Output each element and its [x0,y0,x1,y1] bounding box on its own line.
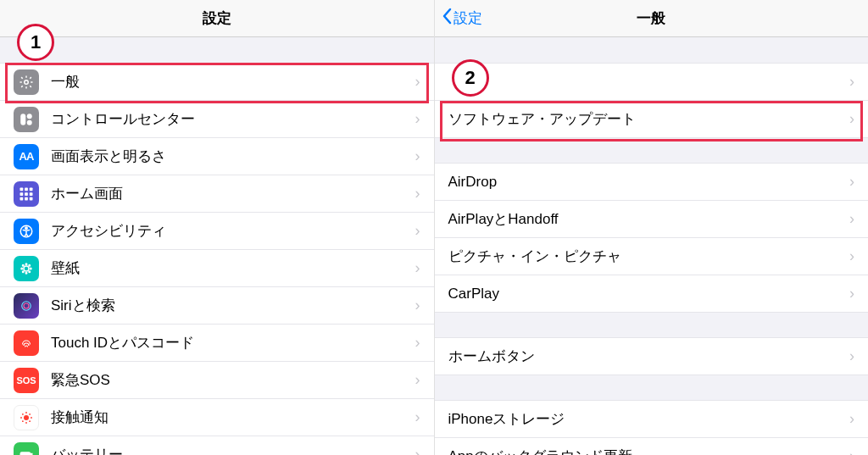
settings-list[interactable]: 一般 › コントロールセンター › AA 画面表示と明るさ › ホーム画面 › [0,37,434,455]
row-label: 接触通知 [51,408,415,427]
svg-rect-12 [30,197,33,200]
row-label: Appのバックグラウンド更新 [448,447,850,455]
svg-point-25 [24,303,29,308]
svg-point-28 [25,422,27,424]
display-brightness-icon: AA [14,144,39,169]
svg-rect-35 [20,452,30,456]
settings-item-accessibility[interactable]: アクセシビリティ › [0,212,434,250]
chevron-right-icon: › [849,447,854,455]
step-badge-2: 2 [452,59,489,97]
chevron-right-icon: › [415,73,420,91]
chevron-right-icon: › [415,222,420,240]
svg-point-22 [23,271,25,273]
svg-point-17 [25,272,27,274]
settings-item-wallpaper[interactable]: 壁紙 › [0,249,434,287]
chevron-right-icon: › [415,297,420,314]
row-label: アクセシビリティ [51,221,415,241]
chevron-right-icon: › [849,73,854,91]
sos-icon: SOS [14,368,39,393]
svg-rect-11 [25,197,28,200]
general-item-iphone-storage[interactable]: iPhoneストレージ › [435,400,869,438]
svg-point-16 [25,264,27,265]
accessibility-icon [14,219,39,244]
settings-item-general[interactable]: 一般 › [0,63,434,101]
svg-rect-4 [20,187,24,191]
nav-back-label: 設定 [453,8,482,28]
wallpaper-icon [14,256,39,281]
svg-point-18 [21,268,23,269]
row-label: コントロールセンター [51,109,415,129]
row-label: ソフトウェア・アップデート [448,109,850,129]
row-label: AirDrop [448,174,850,191]
svg-point-21 [29,264,31,266]
general-item-about[interactable]: › [435,63,869,101]
row-label: AirPlayとHandoff [448,209,850,229]
svg-point-3 [27,119,32,125]
general-item-software-update[interactable]: ソフトウェア・アップデート › [435,100,869,138]
settings-item-home-screen[interactable]: ホーム画面 › [0,175,434,213]
control-center-icon [14,107,39,132]
general-item-home-button[interactable]: ホームボタン › [435,337,869,375]
settings-item-siri[interactable]: Siriと検索 › [0,286,434,325]
svg-point-32 [29,413,31,414]
row-label: iPhoneストレージ [448,409,850,429]
spacer [435,37,869,63]
settings-item-control-center[interactable]: コントロールセンター › [0,100,434,138]
spacer [435,312,869,337]
row-label: Touch IDとパスコード [51,333,415,352]
settings-item-touch-id[interactable]: Touch IDとパスコード › [0,324,434,362]
touch-id-icon [14,330,39,356]
svg-rect-6 [30,187,33,191]
row-label: ホーム画面 [51,184,415,203]
row-label: バッテリー [51,445,415,455]
svg-rect-1 [20,114,25,125]
general-item-background-refresh[interactable]: Appのバックグラウンド更新 › [435,437,869,455]
svg-point-19 [31,268,32,269]
svg-point-20 [23,264,25,266]
general-list[interactable]: › ソフトウェア・アップデート › AirDrop › AirPlayとHand… [435,37,869,455]
row-label: ホームボタン [448,347,850,366]
nav-title-settings: 設定 [203,8,231,28]
chevron-right-icon: › [849,247,854,265]
chevron-right-icon: › [415,446,420,455]
nav-back-button[interactable]: 設定 [442,8,482,29]
svg-rect-5 [25,187,28,191]
chevron-right-icon: › [849,410,854,428]
chevron-right-icon: › [415,408,420,426]
chevron-left-icon [442,8,452,29]
settings-item-sos[interactable]: SOS 緊急SOS › [0,361,434,399]
settings-item-display[interactable]: AA 画面表示と明るさ › [0,137,434,175]
spacer [0,37,434,63]
general-item-airdrop[interactable]: AirDrop › [435,163,869,201]
row-label: 緊急SOS [51,370,415,390]
spacer [435,137,869,163]
settings-item-exposure[interactable]: 接触通知 › [0,398,434,436]
svg-point-33 [22,420,24,422]
navbar-right: 設定 一般 [435,0,869,37]
row-label: 画面表示と明るさ [51,147,415,166]
chevron-right-icon: › [849,110,854,128]
general-item-carplay[interactable]: CarPlay › [435,275,869,313]
svg-rect-9 [30,192,33,196]
svg-point-34 [29,420,31,422]
home-screen-icon [14,181,39,207]
svg-rect-8 [25,192,28,196]
step-badge-1: 1 [17,24,54,61]
chevron-right-icon: › [849,347,854,365]
general-item-airplay[interactable]: AirPlayとHandoff › [435,200,869,238]
svg-point-26 [24,415,29,420]
svg-point-15 [24,266,29,271]
chevron-right-icon: › [415,334,420,352]
settings-item-battery[interactable]: バッテリー › [0,436,434,455]
chevron-right-icon: › [849,210,854,228]
chevron-right-icon: › [849,173,854,191]
svg-point-2 [27,114,32,119]
svg-point-27 [25,412,27,413]
svg-point-29 [20,417,22,419]
chevron-right-icon: › [415,110,420,128]
row-label: Siriと検索 [51,296,415,315]
row-label: ピクチャ・イン・ピクチャ [448,247,850,266]
general-item-pip[interactable]: ピクチャ・イン・ピクチャ › [435,237,869,275]
svg-point-30 [31,417,32,419]
row-label: CarPlay [448,286,850,302]
